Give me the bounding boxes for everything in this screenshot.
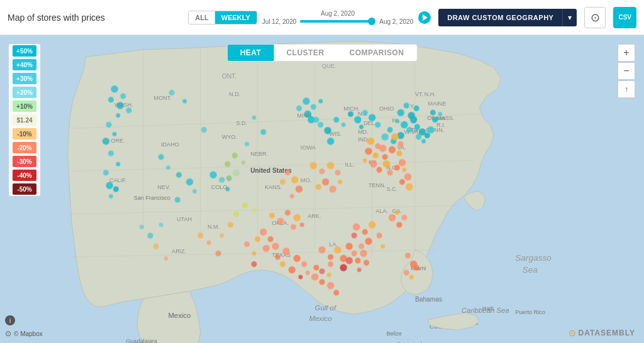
svg-point-128 bbox=[410, 116, 417, 123]
svg-point-206 bbox=[376, 167, 382, 173]
svg-point-102 bbox=[201, 127, 207, 133]
svg-point-233 bbox=[242, 203, 248, 209]
svg-text:WYO.: WYO. bbox=[222, 134, 237, 140]
svg-point-246 bbox=[296, 106, 302, 111]
svg-text:UTAH: UTAH bbox=[177, 216, 192, 222]
svg-text:IOWA: IOWA bbox=[301, 144, 316, 151]
all-toggle-btn[interactable]: ALL bbox=[189, 11, 214, 24]
svg-point-138 bbox=[275, 254, 280, 260]
svg-point-99 bbox=[175, 197, 180, 203]
svg-point-164 bbox=[353, 224, 360, 231]
svg-point-182 bbox=[319, 268, 325, 274]
svg-point-157 bbox=[291, 224, 296, 230]
svg-point-194 bbox=[285, 170, 291, 175]
svg-point-236 bbox=[140, 225, 144, 229]
svg-point-116 bbox=[354, 116, 361, 123]
slider-container: Jul 12, 2020 Aug 2, 2020 bbox=[262, 18, 413, 25]
map-area[interactable]: WASH. ORE. CALIF. MONT. IDAHO NEV. UTAH … bbox=[0, 35, 644, 343]
svg-point-252 bbox=[346, 242, 353, 249]
legend-item-40p: +40% bbox=[9, 58, 40, 72]
map-svg: WASH. ORE. CALIF. MONT. IDAHO NEV. UTAH … bbox=[0, 35, 644, 343]
svg-point-140 bbox=[252, 251, 256, 256]
svg-point-211 bbox=[389, 146, 396, 153]
svg-point-117 bbox=[362, 110, 368, 116]
svg-point-105 bbox=[225, 187, 230, 192]
legend-item-50p: +50% bbox=[9, 44, 40, 58]
zoom-out-button[interactable]: − bbox=[618, 62, 635, 80]
slider-thumb[interactable] bbox=[368, 18, 375, 25]
svg-point-91 bbox=[106, 182, 113, 189]
comparison-tab[interactable]: COMPARISON bbox=[337, 45, 417, 61]
svg-point-214 bbox=[394, 165, 400, 170]
svg-point-113 bbox=[341, 122, 346, 127]
svg-point-240 bbox=[164, 256, 169, 261]
svg-point-217 bbox=[399, 179, 405, 185]
zoom-in-button[interactable]: + bbox=[618, 44, 635, 62]
svg-point-216 bbox=[404, 173, 411, 180]
svg-text:N.H.: N.H. bbox=[425, 91, 436, 97]
svg-point-238 bbox=[159, 222, 164, 227]
svg-text:Sargasso: Sargasso bbox=[515, 253, 552, 263]
svg-text:R.I.: R.I. bbox=[436, 122, 445, 128]
svg-text:ALA.: ALA. bbox=[375, 208, 388, 214]
svg-point-147 bbox=[313, 265, 319, 271]
svg-point-79 bbox=[111, 85, 118, 92]
legend-item-20p: +20% bbox=[9, 85, 40, 99]
svg-point-143 bbox=[301, 261, 307, 267]
svg-point-125 bbox=[395, 119, 399, 123]
svg-point-139 bbox=[282, 248, 289, 254]
play-button[interactable] bbox=[418, 11, 431, 24]
svg-point-175 bbox=[405, 253, 411, 258]
svg-text:N.M.: N.M. bbox=[208, 224, 219, 230]
date-slider-track[interactable] bbox=[300, 20, 375, 23]
svg-text:Gulf of: Gulf of bbox=[315, 304, 337, 312]
svg-point-186 bbox=[319, 168, 325, 174]
svg-point-90 bbox=[103, 170, 109, 175]
svg-text:QUE.: QUE. bbox=[322, 63, 336, 69]
weekly-toggle-btn[interactable]: WEEKLY bbox=[215, 11, 257, 24]
svg-point-185 bbox=[310, 162, 317, 169]
svg-point-107 bbox=[260, 129, 266, 134]
mapbox-logo: ⊙ bbox=[5, 329, 11, 338]
heat-tab[interactable]: HEAT bbox=[228, 45, 274, 61]
share-icon-button[interactable]: ⊙ bbox=[584, 7, 606, 28]
svg-point-242 bbox=[207, 241, 211, 245]
svg-point-239 bbox=[153, 243, 158, 249]
svg-point-152 bbox=[333, 290, 339, 295]
svg-point-136 bbox=[255, 236, 260, 242]
svg-point-189 bbox=[322, 178, 329, 185]
svg-point-184 bbox=[352, 232, 357, 238]
svg-point-151 bbox=[327, 282, 334, 289]
cluster-tab[interactable]: CLUSTER bbox=[274, 45, 336, 61]
svg-point-202 bbox=[379, 144, 386, 151]
reset-north-button[interactable]: ↑ bbox=[618, 80, 635, 98]
svg-point-209 bbox=[391, 133, 398, 140]
svg-point-86 bbox=[113, 132, 117, 136]
svg-point-160 bbox=[328, 254, 333, 260]
svg-point-201 bbox=[373, 153, 379, 158]
svg-point-161 bbox=[334, 246, 341, 253]
play-icon bbox=[423, 14, 428, 21]
svg-point-227 bbox=[430, 110, 436, 116]
csv-download-button[interactable]: CSV bbox=[613, 7, 636, 28]
svg-point-205 bbox=[370, 160, 377, 167]
svg-point-84 bbox=[116, 113, 120, 117]
svg-point-219 bbox=[414, 124, 420, 129]
svg-point-85 bbox=[106, 122, 111, 128]
svg-point-153 bbox=[269, 213, 275, 219]
svg-point-94 bbox=[158, 154, 164, 160]
svg-point-82 bbox=[116, 102, 123, 109]
svg-point-103 bbox=[209, 172, 216, 178]
draw-geography-button[interactable]: DRAW CUSTOM GEOGRAPHY bbox=[438, 9, 562, 26]
legend-color-40p: +40% bbox=[13, 59, 36, 70]
svg-point-169 bbox=[358, 243, 364, 249]
info-icon[interactable]: i bbox=[5, 315, 15, 325]
svg-text:CALIF.: CALIF. bbox=[109, 177, 126, 183]
draw-geography-arrow-button[interactable]: ▾ bbox=[562, 9, 577, 26]
svg-point-155 bbox=[285, 210, 291, 215]
mapbox-label: © Mapbox bbox=[14, 330, 43, 337]
svg-point-156 bbox=[293, 214, 300, 221]
svg-point-112 bbox=[333, 117, 339, 122]
svg-text:ARK.: ARK. bbox=[308, 213, 321, 219]
svg-point-197 bbox=[290, 194, 294, 199]
